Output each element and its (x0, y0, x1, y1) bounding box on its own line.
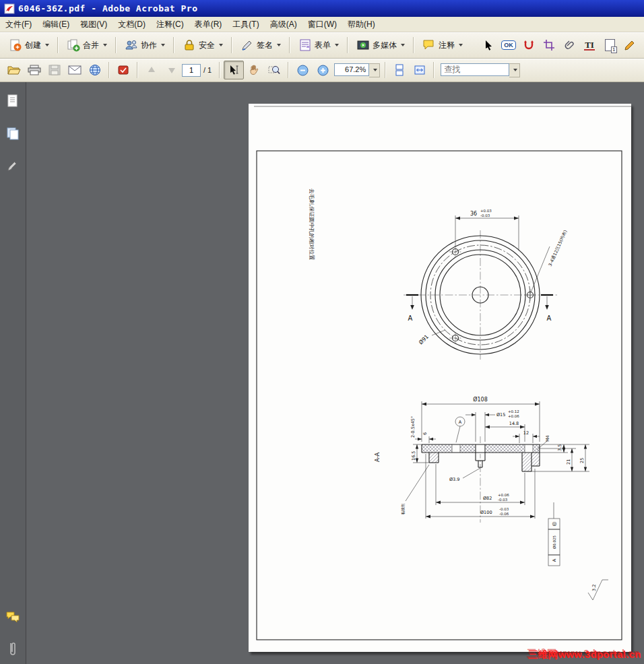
crop-icon (543, 39, 555, 51)
attach-tool-button[interactable] (559, 36, 579, 55)
titlebar: 6046-36Z.pdf - Adobe Acrobat Pro (0, 0, 644, 17)
pages-panel-icon (6, 94, 20, 108)
secure-button[interactable]: 安全 (178, 36, 228, 55)
crop-tool-button[interactable] (539, 36, 559, 55)
menu-file[interactable]: 文件(F) (0, 18, 37, 32)
web-capture-button[interactable] (85, 61, 105, 79)
menu-comments[interactable]: 注释(C) (151, 18, 189, 32)
acrobat-window: 6046-36Z.pdf - Adobe Acrobat Pro 文件(F) 编… (0, 0, 644, 664)
layers-panel-button[interactable] (3, 124, 22, 143)
lock-icon (183, 38, 196, 52)
dim-dia100-upper: -0.03 (499, 507, 509, 511)
menu-edit[interactable]: 编辑(E) (37, 18, 75, 32)
ok-stamp-tool-button[interactable]: OK (498, 36, 519, 55)
fcf-datum: A (552, 558, 557, 562)
dia-91-label: Ø91 (417, 333, 430, 346)
menu-advanced[interactable]: 高级(A) (265, 18, 302, 32)
ok-stamp-icon: OK (501, 40, 516, 50)
zoom-in-icon (317, 65, 329, 76)
navigation-panel-bar (0, 82, 26, 664)
dim-14-8: 14.8 (509, 421, 519, 426)
review-tracker-button[interactable] (113, 61, 133, 79)
collaborate-label: 协作 (141, 40, 157, 51)
select-tool-button[interactable] (224, 61, 244, 79)
zoom-marquee-button[interactable] (264, 61, 284, 79)
globe-icon (89, 64, 101, 76)
dim-dia3-9: Ø3.9 (449, 477, 459, 482)
comments-panel-button[interactable] (3, 607, 22, 626)
menu-tools[interactable]: 工具(T) (227, 18, 264, 32)
pdf-page[interactable]: 去毛刺,保证圆中孔的相对位置 (249, 104, 631, 652)
dim-36: 36 (470, 211, 477, 217)
print-button[interactable] (24, 61, 44, 79)
review-loop-button[interactable] (519, 36, 539, 55)
find-dropdown-button[interactable] (509, 63, 520, 77)
form-icon (298, 38, 312, 52)
next-page-button[interactable] (162, 61, 182, 79)
chevron-down-icon (373, 69, 377, 71)
menu-document[interactable]: 文档(D) (112, 18, 151, 32)
page-number-input[interactable] (182, 64, 201, 77)
document-canvas[interactable]: 去毛刺,保证圆中孔的相对位置 (26, 82, 644, 664)
comment-button[interactable]: 注释 (418, 36, 468, 55)
zoom-out-button[interactable] (292, 61, 313, 79)
chevron-down-icon (161, 44, 165, 46)
menu-window[interactable]: 窗口(W) (302, 18, 342, 32)
previous-page-button[interactable] (141, 61, 162, 79)
review-check-icon (117, 64, 129, 76)
create-pdf-icon (9, 38, 22, 52)
dim-21: 21 (566, 459, 571, 465)
pages-panel-button[interactable] (3, 92, 22, 110)
single-page-button[interactable]: 1 (600, 36, 620, 55)
multimedia-button[interactable]: 多媒体 (352, 36, 410, 55)
zoom-out-icon (297, 65, 309, 76)
dim-3-5: 3.5 (557, 444, 562, 451)
email-button[interactable] (65, 61, 85, 79)
dim-36-lower: -0.03 (480, 213, 490, 218)
form-edit-button[interactable] (620, 36, 640, 55)
toolbar-separator (289, 37, 290, 53)
toolbar-separator (57, 37, 59, 53)
create-button[interactable]: 创建 (4, 36, 54, 55)
multimedia-icon (356, 38, 370, 52)
magnifier-icon (268, 64, 280, 76)
zoom-in-button[interactable] (313, 61, 333, 79)
dim-6: 6 (422, 432, 428, 435)
fit-width-button[interactable] (410, 61, 430, 79)
cursor-tool-button[interactable] (478, 36, 498, 55)
combine-button[interactable]: 合并 (62, 36, 112, 55)
menu-view[interactable]: 视图(V) (75, 18, 112, 32)
create-label: 创建 (25, 40, 41, 51)
window-title: 6046-36Z.pdf - Adobe Acrobat Pro (18, 3, 197, 13)
toolbar-separator (173, 37, 174, 53)
find-input[interactable] (441, 63, 509, 76)
zoom-dropdown-button[interactable] (369, 63, 380, 77)
menubar: 文件(F) 编辑(E) 视图(V) 文档(D) 注释(C) 表单(R) 工具(T… (0, 17, 644, 32)
toolbar-separator (108, 62, 110, 78)
menu-help[interactable]: 帮助(H) (342, 18, 381, 32)
hand-tool-button[interactable] (244, 61, 264, 79)
pencil-icon (624, 39, 636, 51)
collaborate-button[interactable]: 协作 (120, 36, 170, 55)
menu-forms[interactable]: 表单(R) (189, 18, 228, 32)
forms-button[interactable]: 表单 (294, 36, 344, 55)
chevron-down-icon (459, 44, 463, 46)
dim-36-upper: +0.03 (480, 209, 492, 213)
text-edits-button[interactable]: TI (579, 36, 600, 55)
arrow-up-icon (146, 65, 157, 75)
fcf-value: Ø0.025 (552, 535, 556, 549)
drawing-frame (254, 106, 631, 640)
signatures-panel-button[interactable] (3, 156, 22, 175)
secure-label: 安全 (199, 40, 215, 51)
sign-button[interactable]: 签名 (236, 36, 286, 55)
combine-label: 合并 (83, 40, 99, 51)
save-button[interactable] (44, 61, 65, 79)
scrolling-pages-button[interactable] (389, 61, 410, 79)
dim-dia15: Ø15 (496, 412, 505, 418)
chevron-down-icon (219, 44, 223, 46)
chevron-down-icon (277, 44, 281, 46)
dim-dia15-lower: +0.06 (508, 414, 519, 418)
attachments-panel-button[interactable] (3, 640, 22, 659)
open-button[interactable] (4, 61, 24, 79)
zoom-level-value[interactable]: 67.2% (334, 63, 369, 76)
